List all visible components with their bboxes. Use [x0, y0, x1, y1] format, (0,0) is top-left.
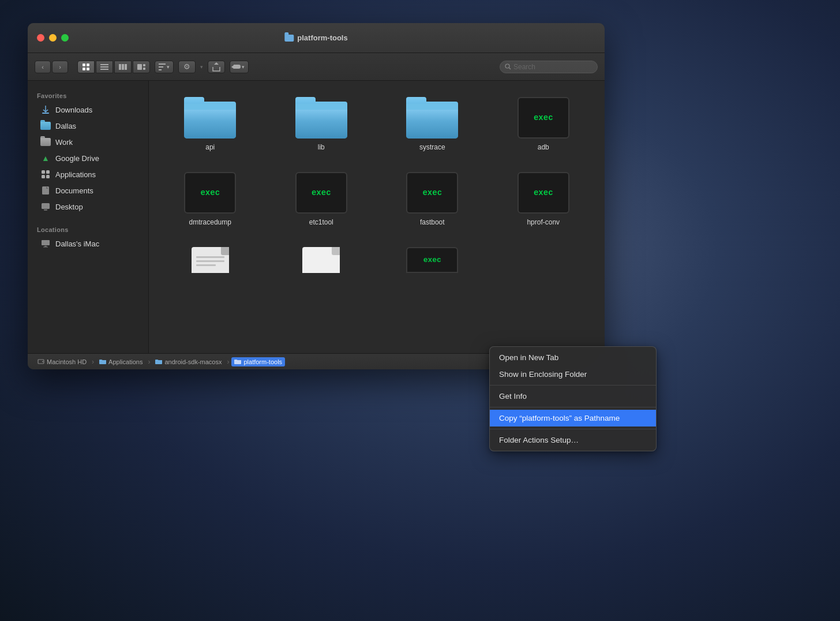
- google-drive-icon: ▲: [40, 153, 51, 163]
- svg-rect-2: [82, 68, 85, 70]
- documents-icon: [40, 185, 51, 196]
- sidebar-item-applications[interactable]: Applications: [31, 166, 145, 182]
- sidebar-item-dallas-imac[interactable]: Dallas's iMac: [31, 235, 145, 252]
- svg-rect-3: [87, 68, 89, 70]
- svg-line-17: [509, 68, 511, 70]
- sidebar-item-applications-label: Applications: [55, 170, 96, 179]
- finder-window: platform-tools ‹ ›: [28, 23, 605, 369]
- svg-rect-1: [87, 63, 89, 66]
- context-menu: Open in New Tab Show in Enclosing Folder…: [489, 346, 657, 451]
- fastboot-file-name: fastboot: [420, 218, 445, 226]
- context-menu-folder-actions[interactable]: Folder Actions Setup…: [490, 432, 656, 448]
- svg-rect-4: [100, 64, 108, 65]
- api-file-name: api: [205, 143, 215, 151]
- svg-rect-11: [143, 64, 145, 66]
- file-item-lib[interactable]: lib: [272, 92, 372, 156]
- sidebar-item-dallas[interactable]: Dallas: [31, 118, 145, 134]
- svg-rect-28: [43, 247, 48, 248]
- file-item-systrace[interactable]: systrace: [382, 92, 482, 156]
- context-menu-get-info[interactable]: Get Info: [490, 388, 656, 405]
- systrace-folder-icon: [406, 97, 458, 139]
- svg-rect-14: [159, 66, 163, 68]
- forward-button[interactable]: ›: [52, 61, 68, 73]
- svg-rect-10: [137, 64, 142, 70]
- breadcrumb-platform-tools[interactable]: platform-tools: [231, 357, 285, 366]
- sidebar-item-work[interactable]: Work: [31, 134, 145, 150]
- file-item-fastboot[interactable]: exec fastboot: [382, 167, 482, 231]
- gear-icon: ⚙: [183, 62, 190, 71]
- list-view-icon: [100, 64, 108, 70]
- svg-rect-18: [42, 113, 49, 114]
- window-title: platform-tools: [297, 33, 347, 42]
- tag-arrow-icon: ▾: [242, 64, 245, 70]
- context-menu-section-4: Folder Actions Setup…: [490, 429, 656, 451]
- hprof-conv-file-name: hprof-conv: [527, 218, 560, 226]
- partial-file-3[interactable]: exec: [382, 242, 482, 278]
- sidebar-item-dallas-label: Dallas: [55, 122, 76, 130]
- minimize-button[interactable]: [49, 34, 57, 42]
- breadcrumb-macintosh-hd-label: Macintosh HD: [47, 358, 87, 365]
- file-item-etc1tool[interactable]: exec etc1tool: [272, 167, 372, 231]
- share-icon: [212, 62, 220, 72]
- svg-rect-26: [42, 240, 50, 245]
- context-menu-show-enclosing[interactable]: Show in Enclosing Folder: [490, 366, 656, 383]
- systrace-file-name: systrace: [419, 143, 445, 151]
- context-menu-section-3: Copy “platform-tools” as Pathname: [490, 407, 656, 429]
- sidebar-item-downloads[interactable]: Downloads: [31, 102, 145, 118]
- breadcrumb-applications[interactable]: Applications: [96, 357, 145, 366]
- dallas-imac-icon: [40, 238, 51, 249]
- title-bar: platform-tools: [28, 23, 605, 53]
- sidebar-item-documents-label: Documents: [55, 186, 93, 195]
- lib-file-name: lib: [318, 143, 325, 151]
- sidebar-item-dallas-imac-label: Dallas's iMac: [55, 240, 99, 248]
- applications-breadcrumb-folder-icon: [99, 359, 106, 364]
- breadcrumb-macintosh-hd[interactable]: Macintosh HD: [35, 357, 89, 366]
- etc1tool-exec-icon: exec: [295, 172, 347, 214]
- gear-button[interactable]: ⚙: [178, 61, 196, 73]
- sidebar-item-downloads-label: Downloads: [55, 106, 92, 114]
- arrange-button[interactable]: ▾: [155, 61, 174, 73]
- icon-view-button[interactable]: [77, 61, 95, 73]
- svg-rect-19: [42, 170, 45, 174]
- file-item-api[interactable]: api: [160, 92, 260, 156]
- back-button[interactable]: ‹: [35, 61, 51, 73]
- context-menu-open-new-tab[interactable]: Open in New Tab: [490, 349, 656, 366]
- sidebar-item-desktop-label: Desktop: [55, 203, 83, 211]
- maximize-button[interactable]: [61, 34, 69, 42]
- column-view-button[interactable]: [114, 61, 132, 73]
- arrange-icon: [159, 63, 166, 70]
- svg-rect-6: [100, 69, 108, 70]
- hprof-conv-exec-icon: exec: [518, 172, 569, 214]
- sidebar-item-desktop[interactable]: Desktop: [31, 199, 145, 215]
- favorites-section-title: Favorites: [28, 88, 148, 102]
- svg-rect-9: [125, 64, 127, 70]
- tag-button[interactable]: ▾: [230, 61, 249, 73]
- breadcrumb-sep-3: ›: [227, 358, 229, 366]
- breadcrumb-android-sdk[interactable]: android-sdk-macosx: [152, 357, 224, 366]
- svg-rect-12: [143, 68, 145, 70]
- file-item-dmtracedump[interactable]: exec dmtracedump: [160, 167, 260, 231]
- share-button[interactable]: [208, 61, 225, 73]
- list-view-button[interactable]: [96, 61, 113, 73]
- svg-rect-22: [46, 175, 50, 178]
- window-title-area: platform-tools: [284, 33, 347, 42]
- svg-rect-20: [46, 170, 50, 174]
- api-folder-icon: [184, 97, 236, 139]
- svg-rect-24: [42, 203, 50, 209]
- breadcrumb-sep-1: ›: [92, 358, 94, 366]
- search-bar[interactable]: Search: [500, 61, 598, 73]
- sidebar-item-google-drive[interactable]: ▲ Google Drive: [31, 150, 145, 166]
- title-folder-icon: [284, 35, 294, 42]
- dmtracedump-exec-icon: exec: [184, 172, 236, 214]
- file-item-hprof-conv[interactable]: exec hprof-conv: [494, 167, 594, 231]
- context-menu-copy-pathname[interactable]: Copy “platform-tools” as Pathname: [490, 410, 656, 427]
- nav-buttons: ‹ ›: [35, 61, 68, 73]
- svg-rect-27: [44, 246, 47, 246]
- file-item-adb[interactable]: exec adb: [494, 92, 594, 156]
- gallery-view-button[interactable]: [133, 61, 150, 73]
- traffic-lights: [37, 34, 69, 42]
- partial-file-2[interactable]: [272, 242, 372, 278]
- partial-file-1[interactable]: [160, 242, 260, 278]
- sidebar-item-documents[interactable]: Documents: [31, 182, 145, 199]
- close-button[interactable]: [37, 34, 44, 42]
